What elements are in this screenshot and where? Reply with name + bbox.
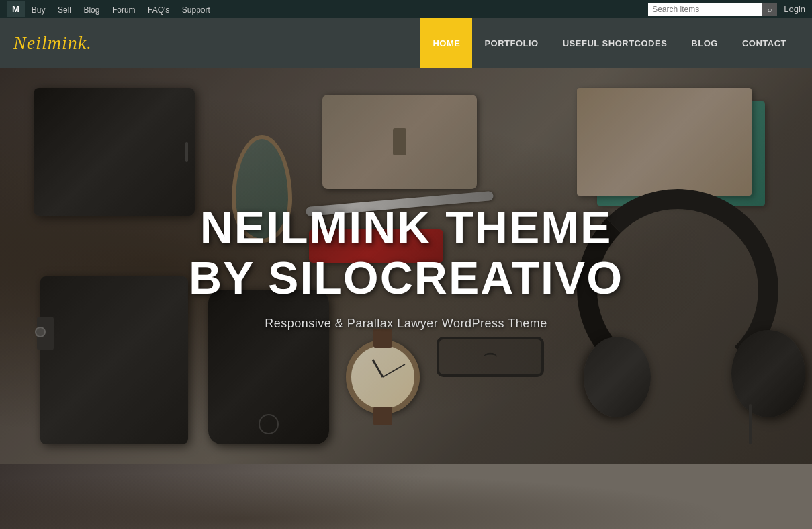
hero-content: NEILMINK THEME BY SILOCREATIVO Responsiv… bbox=[171, 202, 641, 331]
nav-faqs[interactable]: FAQ's bbox=[148, 5, 169, 15]
top-bar-logo-m[interactable]: M bbox=[7, 1, 25, 17]
top-bar-right: ⌕ Login bbox=[648, 3, 805, 16]
hero-partial bbox=[0, 464, 812, 529]
nav-home[interactable]: HOME bbox=[420, 18, 472, 68]
search-input[interactable] bbox=[648, 3, 762, 16]
nav-contact[interactable]: CONTACT bbox=[730, 18, 799, 68]
nav-support[interactable]: Support bbox=[182, 5, 210, 15]
login-link[interactable]: Login bbox=[784, 4, 805, 14]
hero-section: NEILMINK THEME BY SILOCREATIVO Responsiv… bbox=[0, 68, 812, 464]
main-nav: Neilmink. HOME PORTFOLIO USEFUL SHORTCOD… bbox=[0, 18, 812, 68]
nav-useful-shortcodes[interactable]: USEFUL SHORTCODES bbox=[551, 18, 680, 68]
hero-subtitle: Responsive & Parallax Lawyer WordPress T… bbox=[171, 316, 641, 330]
top-bar: M Buy Sell Blog Forum FAQ's Support ⌕ Lo… bbox=[0, 0, 812, 18]
hero-title: NEILMINK THEME BY SILOCREATIVO bbox=[171, 202, 641, 303]
nav-blog[interactable]: BLOG bbox=[679, 18, 730, 68]
nav-portfolio[interactable]: PORTFOLIO bbox=[472, 18, 550, 68]
hero-partial-inner bbox=[0, 464, 812, 529]
top-bar-left: M Buy Sell Blog Forum FAQ's Support bbox=[7, 1, 220, 17]
nav-blog[interactable]: Blog bbox=[83, 5, 99, 15]
nav-sell[interactable]: Sell bbox=[58, 5, 71, 15]
search-button[interactable]: ⌕ bbox=[762, 3, 777, 16]
nav-buy[interactable]: Buy bbox=[32, 5, 46, 15]
brand-logo: Neilmink. bbox=[13, 32, 420, 54]
search-bar: ⌕ bbox=[648, 3, 777, 16]
top-bar-nav: Buy Sell Blog Forum FAQ's Support bbox=[32, 3, 220, 15]
search-icon: ⌕ bbox=[768, 5, 772, 13]
nav-forum[interactable]: Forum bbox=[112, 5, 136, 15]
main-nav-links: HOME PORTFOLIO USEFUL SHORTCODES BLOG CO… bbox=[420, 18, 799, 68]
